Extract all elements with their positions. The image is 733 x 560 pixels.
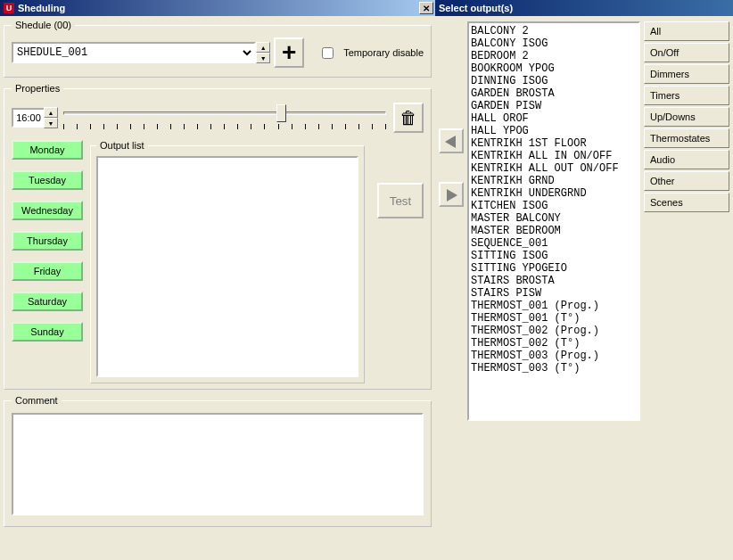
sheduling-window: U Sheduling ✕ Shedule (00) SHEDULE_001 ▲… [0, 0, 435, 560]
trash-icon: 🗑 [399, 108, 417, 128]
time-field-wrap: ▲ ▼ [12, 108, 56, 128]
close-button[interactable]: ✕ [419, 2, 433, 14]
time-spin-up[interactable]: ▲ [44, 107, 58, 118]
list-item[interactable]: THERMOST_003 (Prog.) [471, 350, 637, 362]
move-right-button[interactable] [439, 182, 464, 207]
list-item[interactable]: GARDEN BROSTA [471, 87, 637, 100]
time-field[interactable] [13, 111, 44, 124]
app-icon: U [4, 3, 14, 13]
list-item[interactable]: DINNING ISOG [471, 75, 637, 87]
day-button-sunday[interactable]: Sunday [12, 322, 83, 342]
day-button-friday[interactable]: Friday [12, 261, 83, 281]
shedule-spin-up[interactable]: ▲ [256, 42, 270, 53]
day-button-saturday[interactable]: Saturday [12, 292, 83, 311]
list-item[interactable]: STAIRS BROSTA [471, 275, 637, 287]
list-item[interactable]: GARDEN PISW [471, 100, 637, 112]
list-item[interactable]: BOOKROOM YPOG [471, 62, 637, 75]
filter-column: AllOn/OffDimmersTimersUp/DownsThermostat… [644, 21, 729, 214]
shedule-group: Shedule (00) SHEDULE_001 ▲ ▼ + Temporary… [4, 20, 432, 78]
list-item[interactable]: THERMOST_001 (Prog.) [471, 300, 637, 312]
properties-group-label: Properties [12, 83, 63, 94]
list-item[interactable]: KENTRIKH ALL OUT ON/OFF [471, 162, 637, 175]
filter-up-downs[interactable]: Up/Downs [644, 107, 729, 127]
list-item[interactable]: KENTRIKH GRND [471, 175, 637, 187]
output-listbox[interactable] [96, 156, 358, 377]
test-button[interactable]: Test [377, 183, 424, 218]
list-item[interactable]: BALCONY 2 [471, 25, 637, 37]
list-item[interactable]: SITTING ISOG [471, 250, 637, 262]
shedule-group-label: Shedule (00) [12, 20, 75, 30]
filter-on-off[interactable]: On/Off [644, 43, 729, 62]
comment-field[interactable] [12, 413, 424, 515]
move-left-button[interactable] [439, 128, 464, 153]
panel-body: Shedule (00) SHEDULE_001 ▲ ▼ + Temporary… [0, 16, 435, 560]
list-item[interactable]: BALCONY ISOG [471, 37, 637, 50]
comment-group: Comment [4, 395, 432, 527]
list-item[interactable]: HALL OROF [471, 112, 637, 125]
title-bar-right: Select output(s) [435, 0, 733, 16]
title-bar: U Sheduling ✕ [0, 0, 435, 16]
day-button-wednesday[interactable]: Wednesday [12, 201, 83, 220]
filter-scenes[interactable]: Scenes [644, 193, 729, 212]
list-item[interactable]: KENTRIKH UNDERGRND [471, 187, 637, 200]
day-button-thursday[interactable]: Thursday [12, 231, 83, 251]
list-item[interactable]: STAIRS PISW [471, 287, 637, 300]
list-item[interactable]: KENTRIKH ALL IN ON/OFF [471, 150, 637, 162]
day-button-monday[interactable]: Monday [12, 140, 83, 160]
properties-group: Properties ▲ ▼ 🗑 [4, 83, 432, 390]
list-item[interactable]: SITTING YPOGEIO [471, 262, 637, 275]
outputs-listbox[interactable]: BALCONY 2BALCONY ISOGBEDROOM 2BOOKROOM Y… [467, 21, 640, 421]
filter-other[interactable]: Other [644, 171, 729, 191]
shedule-spin-down[interactable]: ▼ [256, 53, 270, 63]
shedule-combo-wrap: SHEDULE_001 ▲ ▼ [12, 42, 270, 63]
list-item[interactable]: KENTRIKH 1ST FLOOR [471, 137, 637, 150]
select-outputs-window: Select output(s) BALCONY 2BALCONY ISOGBE… [435, 0, 733, 560]
window-title: Sheduling [18, 3, 65, 13]
time-spin-down[interactable]: ▼ [44, 118, 58, 128]
time-slider[interactable] [63, 103, 386, 135]
list-item[interactable]: SEQUENCE_001 [471, 237, 637, 250]
list-item[interactable]: HALL YPOG [471, 125, 637, 137]
filter-dimmers[interactable]: Dimmers [644, 64, 729, 84]
window-title-right: Select output(s) [439, 3, 513, 13]
filter-thermostates[interactable]: Thermostates [644, 128, 729, 148]
filter-all[interactable]: All [644, 21, 729, 41]
output-list-label: Output list [96, 140, 148, 151]
output-list-group: Output list [90, 140, 365, 383]
list-item[interactable]: KITCHEN ISOG [471, 200, 637, 212]
list-item[interactable]: THERMOST_002 (T°) [471, 337, 637, 350]
add-shedule-button[interactable]: + [274, 37, 304, 68]
delete-button[interactable]: 🗑 [393, 103, 424, 133]
shedule-combo[interactable]: SHEDULE_001 [12, 42, 256, 63]
list-item[interactable]: THERMOST_002 (Prog.) [471, 325, 637, 337]
filter-timers[interactable]: Timers [644, 86, 729, 105]
list-item[interactable]: BEDROOM 2 [471, 50, 637, 62]
temp-disable-checkbox[interactable] [322, 47, 334, 59]
comment-group-label: Comment [12, 395, 62, 406]
list-item[interactable]: MASTER BALCONY [471, 212, 637, 225]
day-button-tuesday[interactable]: Tuesday [12, 170, 83, 190]
list-item[interactable]: MASTER BEDROOM [471, 225, 637, 237]
list-item[interactable]: THERMOST_003 (T°) [471, 362, 637, 375]
filter-audio[interactable]: Audio [644, 150, 729, 169]
days-column: MondayTuesdayWednesdayThursdayFridaySatu… [12, 140, 83, 383]
temp-disable-label: Temporary disable [343, 47, 424, 58]
list-item[interactable]: THERMOST_001 (T°) [471, 312, 637, 325]
